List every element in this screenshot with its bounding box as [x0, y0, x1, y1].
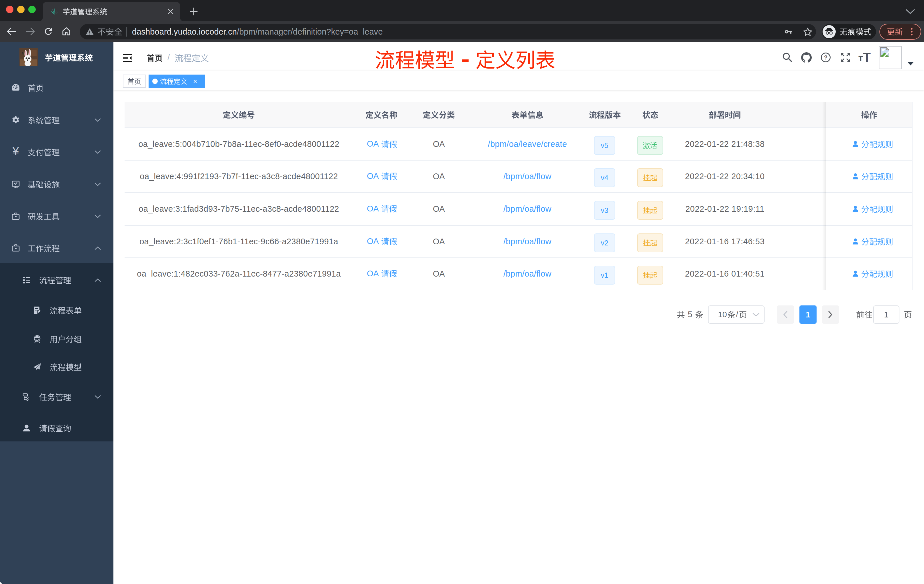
- svg-text:?: ?: [824, 54, 827, 61]
- svg-text:¥: ¥: [12, 144, 19, 158]
